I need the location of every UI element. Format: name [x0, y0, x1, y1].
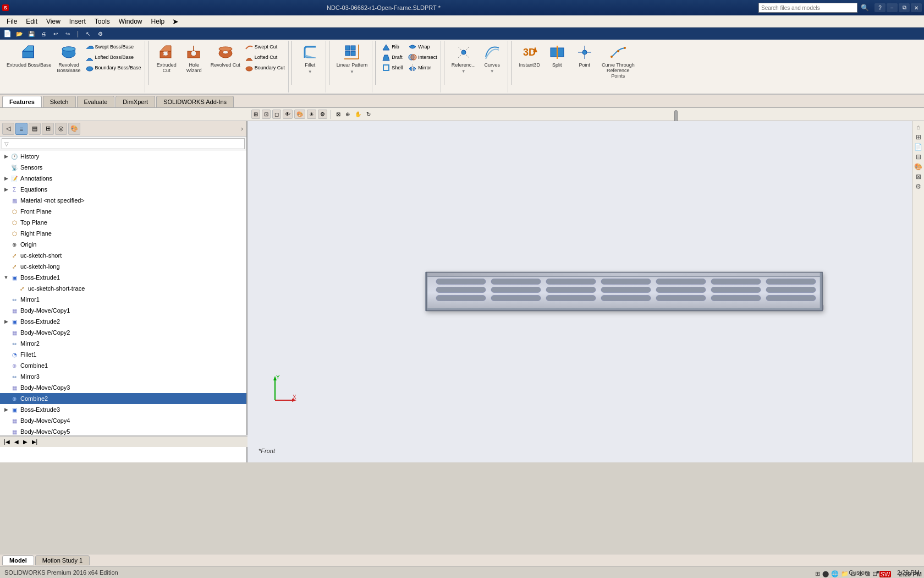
close-button[interactable]: ✕: [911, 3, 922, 12]
appearance-button[interactable]: 🎨: [294, 110, 305, 119]
zoom-button[interactable]: ⊕: [344, 110, 351, 118]
curve-through-ref-button[interactable]: Curve ThroughReference Points: [599, 42, 637, 80]
zoom-to-fit-button[interactable]: ⊠: [334, 110, 342, 118]
taskbar-app1[interactable]: ⊟: [851, 570, 856, 577]
curves-button[interactable]: Curves ▼: [479, 42, 505, 75]
right-settings-icon[interactable]: ⊠: [916, 173, 921, 181]
tab-features[interactable]: Features: [2, 96, 42, 107]
panel-property-btn[interactable]: ▤: [29, 123, 41, 135]
swept-boss-button[interactable]: Swept Boss/Base: [84, 42, 142, 52]
tree-item-sensors[interactable]: 📡 Sensors: [0, 162, 246, 173]
curves-dropdown[interactable]: ▼: [490, 69, 494, 74]
panel-arrow-back[interactable]: ◁: [2, 123, 14, 135]
tree-item-boss-extrude3[interactable]: ▶ ▣ Boss-Extrude3: [0, 404, 246, 415]
tree-item-boss-extrude2[interactable]: ▶ ▣ Boss-Extrude2: [0, 316, 246, 327]
right-doc-icon[interactable]: 📄: [914, 143, 922, 151]
linear-pattern-button[interactable]: Linear Pattern: [334, 42, 370, 69]
taskbar-app2[interactable]: ⊕: [858, 570, 863, 577]
taskbar-start[interactable]: ⊞: [815, 570, 820, 577]
scenes-button[interactable]: ☀: [307, 110, 316, 119]
hide-show-button[interactable]: 👁: [283, 110, 293, 119]
tree-item-mirror1[interactable]: ⇔ Mirror1: [0, 294, 246, 305]
panel-feature-tree-btn[interactable]: ≡: [15, 123, 28, 135]
tree-item-fillet1[interactable]: ◔ Fillet1: [0, 349, 246, 360]
help-button[interactable]: ?: [875, 3, 886, 12]
tab-model[interactable]: Model: [2, 555, 34, 565]
right-table-icon[interactable]: ⊟: [916, 153, 921, 161]
tree-item-uc-sketch-long[interactable]: ⤢ uc-sketch-long: [0, 261, 246, 272]
view-settings-button[interactable]: ⚙: [318, 110, 327, 119]
qb-undo[interactable]: ↩: [51, 29, 61, 39]
tree-item-combine2[interactable]: ⊕ Combine2: [0, 393, 246, 404]
tab-evaluate[interactable]: Evaluate: [77, 96, 115, 107]
boss-extrude1-expander[interactable]: ▼: [2, 274, 10, 281]
qb-open[interactable]: 📂: [14, 29, 24, 39]
boss-extrude2-expander[interactable]: ▶: [2, 318, 10, 325]
tree-item-mirror3[interactable]: ⇔ Mirror3: [0, 371, 246, 382]
panel-config-btn[interactable]: ⊞: [42, 123, 54, 135]
equations-expander[interactable]: ▶: [2, 186, 10, 193]
search-icon[interactable]: 🔍: [861, 4, 869, 12]
search-input[interactable]: [758, 3, 857, 13]
nav-prev[interactable]: ◀: [13, 438, 20, 445]
tree-item-top-plane[interactable]: ⬡ Top Plane: [0, 217, 246, 228]
qb-redo[interactable]: ↪: [63, 29, 73, 39]
tree-item-history[interactable]: ▶ 🕐 History: [0, 151, 246, 162]
taskbar-sw[interactable]: SW: [879, 571, 892, 577]
tab-motion-study[interactable]: Motion Study 1: [35, 555, 90, 565]
split-button[interactable]: Split: [544, 42, 570, 69]
instant3d-button[interactable]: 3D Instant3D: [516, 42, 543, 69]
tree-item-body-move-copy3[interactable]: ▦ Body-Move/Copy3: [0, 382, 246, 393]
rib-button[interactable]: Rib: [381, 42, 404, 52]
tree-item-uc-sketch-short-trace[interactable]: ⤢ uc-sketch-short-trace: [0, 283, 246, 294]
menu-window[interactable]: Window: [114, 17, 147, 26]
reference-geometry-button[interactable]: Referenc... ▼: [449, 42, 478, 75]
tree-item-body-move-copy2[interactable]: ▦ Body-Move/Copy2: [0, 327, 246, 338]
history-expander[interactable]: ▶: [2, 152, 10, 160]
panel-expand-btn[interactable]: ›: [240, 124, 244, 134]
menu-insert[interactable]: Insert: [65, 17, 90, 26]
tab-solidworks-addins[interactable]: SOLIDWORKS Add-Ins: [156, 96, 234, 107]
draft-button[interactable]: Draft: [381, 52, 404, 62]
right-home-icon[interactable]: ⌂: [916, 123, 920, 131]
search-area[interactable]: 🔍: [758, 3, 869, 13]
menu-view[interactable]: View: [42, 17, 65, 26]
taskbar-folder[interactable]: 📁: [841, 570, 849, 577]
revolved-boss-button[interactable]: RevolvedBoss/Base: [55, 42, 83, 75]
taskbar-app3[interactable]: ⊠: [865, 570, 870, 577]
window-controls[interactable]: ? − ⧉ ✕: [875, 3, 922, 12]
boundary-cut-button[interactable]: Boundary Cut: [244, 63, 286, 73]
pan-button[interactable]: ✋: [353, 110, 363, 118]
tree-item-uc-sketch-short[interactable]: ⤢ uc-sketch-short: [0, 250, 246, 261]
menu-edit[interactable]: Edit: [21, 17, 42, 26]
menu-tools[interactable]: Tools: [90, 17, 114, 26]
rotate-button[interactable]: ↻: [365, 110, 372, 118]
display-style-button[interactable]: ◻: [272, 110, 281, 119]
tab-dimxpert[interactable]: DimXpert: [116, 96, 155, 107]
tree-item-origin[interactable]: ⊕ Origin: [0, 239, 246, 250]
tree-item-mirror2[interactable]: ⇔ Mirror2: [0, 338, 246, 349]
swept-cut-button[interactable]: Swept Cut: [244, 42, 286, 52]
nav-next[interactable]: ▶: [21, 438, 29, 445]
tree-item-annotations[interactable]: ▶ 📝 Annotations: [0, 173, 246, 184]
tree-item-material[interactable]: ▩ Material <not specified>: [0, 195, 246, 206]
qb-select[interactable]: ↖: [83, 29, 93, 39]
tree-item-boss-extrude1[interactable]: ▼ ▣ Boss-Extrude1: [0, 272, 246, 283]
boundary-boss-button[interactable]: Boundary Boss/Base: [84, 63, 142, 73]
revolved-cut-button[interactable]: Revolved Cut: [208, 42, 243, 69]
mirror-button[interactable]: Mirror: [407, 63, 438, 73]
restore-button[interactable]: ⧉: [899, 3, 910, 12]
taskbar-app4[interactable]: ⊡: [872, 570, 877, 577]
tree-item-front-plane[interactable]: ⬡ Front Plane: [0, 206, 246, 217]
nav-first[interactable]: |◀: [2, 438, 12, 445]
right-tools-icon[interactable]: ⚙: [915, 183, 921, 190]
panel-appearance-btn[interactable]: 🎨: [68, 123, 80, 135]
tab-sketch[interactable]: Sketch: [43, 96, 76, 107]
hole-wizard-button[interactable]: HoleWizard: [181, 42, 207, 75]
tree-item-body-move-copy1[interactable]: ▦ Body-Move/Copy1: [0, 305, 246, 316]
wrap-button[interactable]: Wrap: [407, 42, 438, 52]
lofted-boss-button[interactable]: Lofted Boss/Base: [84, 52, 142, 62]
boss-extrude3-expander[interactable]: ▶: [2, 406, 10, 413]
menu-file[interactable]: File: [2, 17, 21, 26]
taskbar-chrome[interactable]: ⬤: [822, 570, 829, 577]
